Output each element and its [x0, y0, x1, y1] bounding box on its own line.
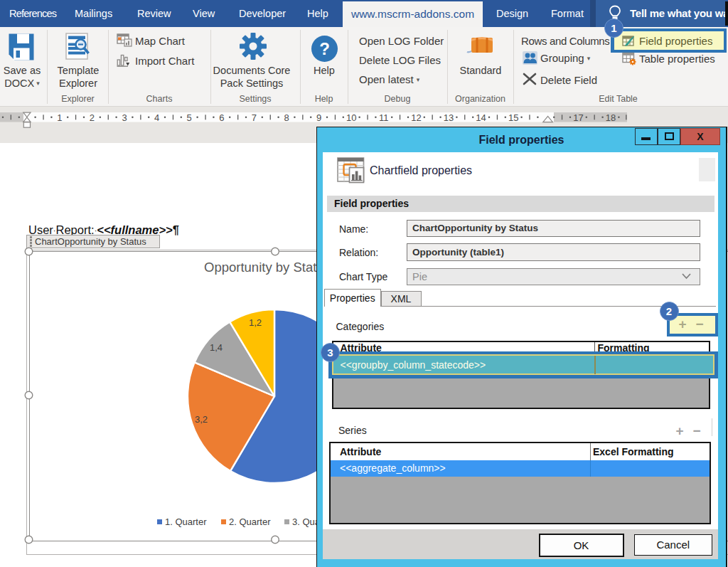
svg-text:15: 15	[508, 112, 518, 123]
svg-text:2: 2	[90, 112, 95, 123]
svg-text:18: 18	[606, 112, 616, 123]
svg-text:7: 7	[252, 112, 257, 123]
svg-text:10: 10	[346, 112, 356, 123]
svg-text:1: 1	[57, 112, 62, 123]
svg-text:11: 11	[379, 112, 389, 123]
svg-text:17: 17	[573, 112, 583, 123]
svg-text:12: 12	[411, 112, 421, 123]
svg-text:13: 13	[444, 112, 454, 123]
svg-text:14: 14	[476, 112, 486, 123]
svg-text:3: 3	[122, 112, 127, 123]
svg-text:8: 8	[284, 112, 289, 123]
svg-text:5: 5	[187, 112, 192, 123]
svg-text:6: 6	[219, 112, 224, 123]
svg-text:?: ?	[319, 39, 330, 58]
svg-text:4: 4	[154, 112, 159, 123]
svg-text:9: 9	[316, 112, 321, 123]
